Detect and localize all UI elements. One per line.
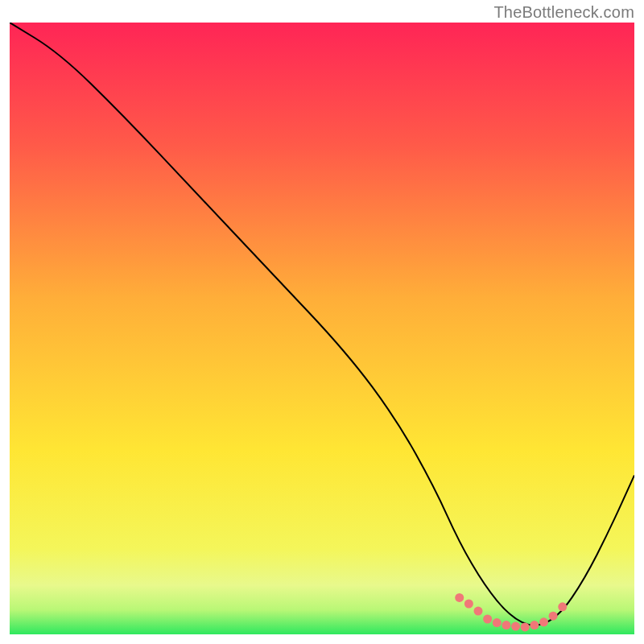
optimal-marker-dot — [474, 607, 483, 616]
optimal-marker-dot — [511, 622, 520, 631]
optimal-marker-dot — [521, 622, 530, 631]
watermark-text: TheBottleneck.com — [493, 3, 634, 22]
chart-background — [10, 23, 634, 634]
bottleneck-curve-line — [10, 23, 634, 625]
optimal-marker-dot — [483, 615, 492, 624]
optimal-range-markers — [455, 593, 567, 631]
optimal-marker-dot — [493, 618, 502, 627]
optimal-marker-dot — [464, 600, 473, 609]
optimal-marker-dot — [549, 612, 558, 621]
optimal-marker-dot — [530, 621, 539, 630]
bottleneck-chart — [10, 23, 634, 634]
optimal-marker-dot — [455, 593, 464, 602]
optimal-marker-dot — [502, 621, 510, 630]
optimal-marker-dot — [539, 617, 548, 626]
optimal-marker-dot — [558, 602, 567, 611]
chart-svg — [10, 23, 634, 634]
